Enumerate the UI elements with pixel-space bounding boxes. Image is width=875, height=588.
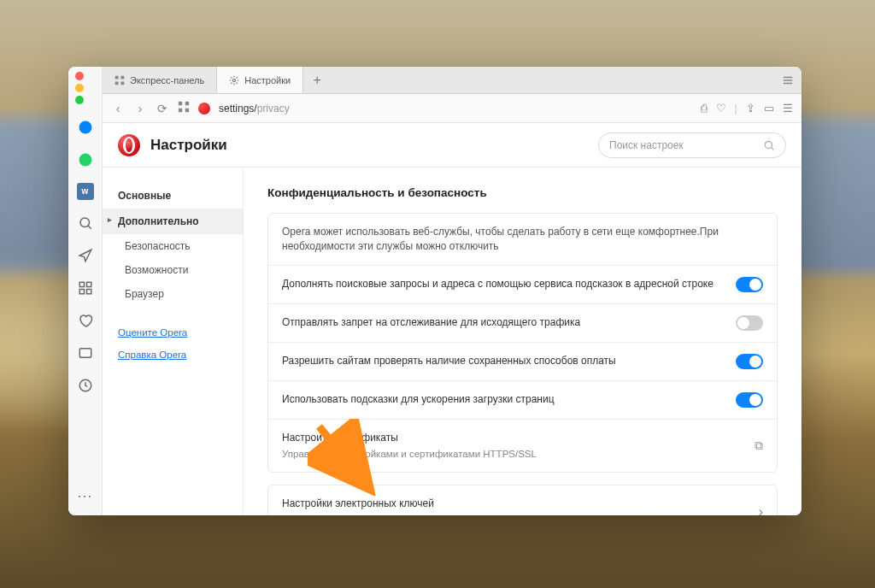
svg-point-22: [765, 141, 772, 148]
row-subtitle: Управление настройками и сертификатами H…: [282, 447, 743, 461]
gear-icon: [229, 75, 239, 85]
url-base: settings/: [219, 103, 257, 115]
opera-icon: [198, 103, 210, 115]
setting-page-preload: Использовать подсказки для ускорения заг…: [268, 380, 777, 419]
reload-button[interactable]: ⟳: [156, 102, 169, 115]
vk-icon[interactable]: w: [77, 183, 94, 200]
grid-icon: [115, 75, 125, 85]
svg-rect-11: [121, 75, 125, 79]
chat-icon[interactable]: [76, 344, 95, 362]
speed-dial-icon[interactable]: [178, 101, 190, 116]
nav-basic[interactable]: Основные: [103, 183, 243, 209]
tab-label: Настройки: [244, 75, 291, 85]
snapshot-icon[interactable]: ⎙: [701, 102, 708, 115]
external-link-icon[interactable]: ⧉: [755, 438, 763, 453]
tab-speed-dial[interactable]: Экспресс-панель: [103, 67, 217, 93]
window-controls: [68, 72, 102, 104]
heart-icon[interactable]: ♡: [716, 102, 726, 115]
info-text: Opera может использовать веб-службы, что…: [268, 214, 777, 265]
svg-rect-12: [115, 81, 119, 85]
opera-logo: [118, 134, 140, 156]
history-icon[interactable]: [76, 376, 95, 395]
settings-main: Конфиденциальность и безопасность Opera …: [244, 168, 802, 515]
search-sidebar-icon[interactable]: [76, 214, 95, 232]
setting-do-not-track: Отправлять запрет на отслеживание для ис…: [268, 303, 777, 342]
svg-point-2: [80, 218, 90, 227]
nav-features[interactable]: Возможности: [103, 258, 243, 282]
svg-rect-19: [185, 101, 189, 104]
share-icon[interactable]: ⇪: [746, 102, 755, 115]
toggle-do-not-track[interactable]: [736, 315, 763, 331]
tab-bar: Экспресс-панель Настройки +: [103, 67, 802, 94]
svg-rect-10: [115, 75, 119, 79]
toggle-page-preload[interactable]: [736, 392, 763, 408]
row-subtitle: Сбросьте настройки электронных ключей и …: [282, 514, 747, 515]
heart-icon[interactable]: [76, 311, 95, 330]
svg-point-14: [233, 79, 236, 81]
svg-point-1: [79, 154, 91, 167]
setting-security-keys[interactable]: Настройки электронных ключей Сбросьте на…: [268, 485, 777, 515]
svg-line-23: [771, 147, 773, 150]
svg-rect-6: [79, 290, 84, 294]
privacy-card: Opera может использовать веб-службы, что…: [267, 213, 778, 473]
svg-rect-4: [79, 282, 84, 286]
tab-settings[interactable]: Настройки: [217, 67, 303, 93]
messenger-icon[interactable]: [76, 118, 95, 137]
easy-setup-icon[interactable]: ☰: [783, 102, 793, 115]
settings-search[interactable]: Поиск настроек: [598, 132, 786, 158]
page-title: Настройки: [150, 137, 227, 154]
url-field[interactable]: settings/privacy: [219, 103, 692, 115]
nav-rate-opera[interactable]: Оцените Opera: [103, 321, 243, 344]
minimize-window-button[interactable]: [75, 84, 84, 92]
setting-payment-check: Разрешить сайтам проверять наличие сохра…: [268, 342, 777, 380]
close-window-button[interactable]: [75, 72, 84, 80]
svg-rect-5: [86, 282, 91, 286]
svg-rect-8: [79, 349, 91, 358]
send-icon[interactable]: [76, 246, 95, 265]
forward-button[interactable]: ›: [133, 102, 147, 115]
section-heading: Конфиденциальность и безопасность: [267, 186, 778, 199]
svg-line-3: [88, 226, 91, 229]
svg-rect-20: [179, 108, 182, 111]
nav-security[interactable]: Безопасность: [103, 234, 243, 258]
settings-header: Настройки Поиск настроек: [103, 123, 802, 168]
more-sidebar-icon[interactable]: ⋯: [77, 486, 93, 505]
grid-icon[interactable]: [76, 279, 95, 297]
keys-card: Настройки электронных ключей Сбросьте на…: [267, 485, 778, 515]
back-button[interactable]: ‹: [111, 102, 125, 115]
address-bar: ‹ › ⟳ settings/privacy ⎙ ♡ | ⇪ ▭ ☰: [103, 94, 802, 123]
row-title: Настройки электронных ключей: [282, 497, 747, 511]
toggle-payment-check[interactable]: [736, 354, 763, 369]
tab-label: Экспресс-панель: [130, 75, 204, 85]
browser-window: Экспресс-панель Настройки + ‹ › ⟳ settin…: [68, 67, 802, 515]
row-title: Настроить сертификаты: [282, 431, 743, 445]
nav-advanced[interactable]: Дополнительно: [103, 209, 243, 234]
new-tab-button[interactable]: +: [303, 67, 331, 93]
whatsapp-icon[interactable]: [76, 150, 95, 169]
tabs-menu-icon[interactable]: [774, 67, 802, 93]
svg-rect-21: [185, 108, 189, 111]
toggle-search-suggestions[interactable]: [736, 277, 763, 292]
setting-certificates[interactable]: Настроить сертификаты Управление настрой…: [268, 419, 777, 473]
nav-browser[interactable]: Браузер: [103, 282, 243, 306]
nav-help-opera[interactable]: Справка Opera: [103, 344, 243, 366]
browser-sidebar: w ⋯: [68, 67, 103, 515]
setting-search-suggestions: Дополнять поисковые запросы и адреса с п…: [268, 265, 777, 303]
url-path: privacy: [257, 103, 290, 115]
svg-point-0: [79, 121, 91, 134]
maximize-window-button[interactable]: [75, 96, 84, 104]
chevron-right-icon: ›: [759, 504, 763, 515]
search-placeholder: Поиск настроек: [609, 139, 684, 151]
svg-rect-18: [179, 101, 182, 104]
svg-rect-13: [121, 81, 125, 85]
battery-icon[interactable]: ▭: [764, 102, 774, 115]
settings-nav: Основные Дополнительно Безопасность Возм…: [103, 168, 244, 515]
search-icon: [763, 139, 775, 151]
svg-rect-7: [86, 290, 91, 294]
